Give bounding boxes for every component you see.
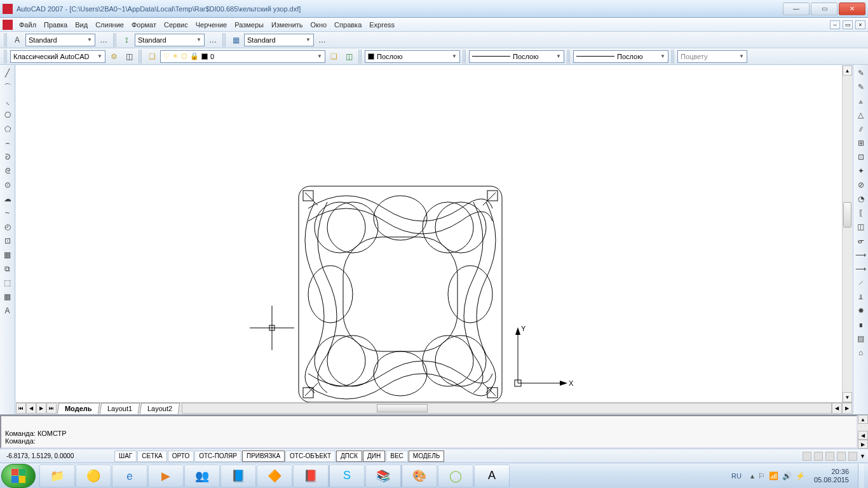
fillet-tool[interactable]: ⟋ [854, 276, 868, 290]
text-style-dropdown[interactable]: Standard▼ [25, 34, 95, 46]
extend-tool[interactable]: ⟦ [854, 206, 868, 220]
gradient-tool[interactable]: ⬚ [1, 276, 15, 290]
polar-toggle[interactable]: ОТС-ПОЛЯР [194, 451, 241, 462]
rotate-tool[interactable]: ⊡ [854, 150, 868, 164]
table-tool[interactable]: A [1, 304, 15, 318]
menu-edit[interactable]: Правка [40, 20, 71, 30]
offset-tool[interactable]: △ [854, 108, 868, 122]
tray-icon-4[interactable] [837, 452, 846, 461]
window-close-button[interactable]: ✕ [839, 3, 865, 15]
mirror-tool[interactable]: ⟁ [854, 94, 868, 108]
dyn-toggle[interactable]: ДИН [363, 451, 385, 462]
tray-lock-icon[interactable] [848, 452, 857, 461]
lwt-toggle[interactable]: ВЕС [386, 451, 408, 462]
dim-style-more[interactable]: … [206, 33, 220, 47]
model-toggle[interactable]: МОДЕЛЬ [409, 451, 444, 462]
cmd-scroll-right[interactable]: ▶ [858, 440, 868, 449]
taskbar-winrar[interactable]: 📚 [365, 464, 401, 487]
layer-previous-button[interactable]: ❑ [327, 50, 341, 64]
taskbar-corel[interactable]: ◯ [438, 464, 473, 487]
ellipse-tool[interactable]: ☁ [1, 192, 15, 206]
table-style-dropdown[interactable]: Standard▼ [244, 34, 314, 46]
hatch-tool[interactable]: ⧉ [1, 262, 15, 276]
region-tool[interactable]: ▦ [1, 290, 15, 304]
tab-nav-next[interactable]: ▶ [36, 403, 46, 414]
point-tool[interactable]: ▦ [1, 248, 15, 262]
horizontal-scrollbar[interactable] [182, 403, 832, 414]
tray-icon-2[interactable] [814, 452, 823, 461]
modify-tool-18[interactable]: ✸ [854, 304, 868, 318]
menu-window[interactable]: Окно [307, 20, 331, 30]
taskbar-wmp[interactable]: ▶ [148, 464, 184, 487]
color-dropdown[interactable]: Послою▼ [365, 50, 460, 63]
scroll-up-button[interactable]: ▲ [843, 65, 852, 76]
lineweight-dropdown[interactable]: Послою▼ [573, 50, 668, 63]
line-tool[interactable]: ╱ [1, 66, 15, 80]
tray-icon-3[interactable] [825, 452, 834, 461]
table-style-more[interactable]: … [315, 33, 329, 47]
drawing-canvas[interactable]: Y X [16, 65, 842, 402]
clock[interactable]: 20:36 05.08.2015 [810, 468, 853, 483]
hscroll-left[interactable]: ◀ [832, 403, 842, 414]
tray-chevron-up-icon[interactable]: ▴ [750, 471, 754, 480]
menu-dimensions[interactable]: Размеры [231, 20, 268, 30]
cmd-scroll-up[interactable]: ▲ [858, 415, 868, 424]
construction-line-tool[interactable]: ⌒ [1, 80, 15, 94]
mdi-close-button[interactable]: × [855, 20, 865, 29]
stretch-tool[interactable]: ⊘ [854, 178, 868, 192]
layer-manager-button[interactable]: ❑ [145, 50, 159, 64]
window-minimize-button[interactable]: — [783, 3, 810, 15]
menu-modify[interactable]: Изменить [268, 20, 307, 30]
array-tool[interactable]: ⫽ [854, 122, 868, 136]
otrack-toggle[interactable]: ОТС-ОБЪЕКТ [285, 451, 336, 462]
command-input[interactable]: Команда: КОМСТР Команда: [0, 415, 858, 449]
tab-nav-prev[interactable]: ◀ [26, 403, 36, 414]
taskbar-app1[interactable]: 📘 [220, 464, 256, 487]
break-tool[interactable]: ᓂ [854, 234, 868, 248]
taskbar-app3[interactable]: 📕 [293, 464, 329, 487]
ortho-toggle[interactable]: ОРТО [168, 451, 194, 462]
scale-tool[interactable]: ✦ [854, 164, 868, 178]
break-at-point-tool[interactable]: ◫ [854, 220, 868, 234]
tray-volume-icon[interactable]: 🔊 [782, 471, 792, 480]
workspace-settings-button[interactable]: ⚙ [107, 50, 121, 64]
plotstyle-dropdown[interactable]: Поцвету▼ [677, 50, 747, 63]
tray-network-icon[interactable]: 📶 [769, 471, 778, 480]
table-style-icon[interactable]: ▦ [229, 33, 243, 47]
copy-tool[interactable]: ✎ [854, 80, 868, 94]
tab-model[interactable]: Модель [57, 403, 100, 414]
language-indicator[interactable]: RU [728, 472, 745, 480]
menu-format[interactable]: Формат [128, 20, 160, 30]
workspace-lock-button[interactable]: ◫ [122, 50, 136, 64]
join-tool[interactable]: ⟶ [854, 248, 868, 262]
linetype-dropdown[interactable]: Послою▼ [469, 50, 564, 63]
erase-tool[interactable]: ✎ [854, 66, 868, 80]
taskbar-paint[interactable]: 🎨 [402, 464, 437, 487]
scroll-thumb-v[interactable] [843, 202, 851, 227]
polyline-tool[interactable]: ⸜ [1, 94, 15, 108]
modify-tool-21[interactable]: ⌂ [854, 346, 868, 360]
osnap-toggle[interactable]: ПРИВЯЗКА [242, 451, 285, 462]
coordinates-display[interactable]: -6.8173, 1.5129, 0.0000 [3, 451, 114, 462]
tray-icon-1[interactable] [803, 452, 811, 461]
text-style-icon[interactable]: A [10, 33, 24, 47]
window-maximize-button[interactable]: ▭ [811, 3, 837, 15]
tray-chevron[interactable]: ▼ [860, 453, 865, 459]
scroll-down-button[interactable]: ▼ [843, 392, 852, 402]
snap-toggle[interactable]: ШАГ [114, 451, 137, 462]
taskbar-autocad[interactable]: A [474, 464, 510, 487]
hscroll-right[interactable]: ▶ [842, 403, 852, 414]
polygon-tool[interactable]: ⎔ [1, 108, 15, 122]
ducs-toggle[interactable]: ДПСК [336, 451, 362, 462]
tab-nav-last[interactable]: ⏭ [46, 403, 57, 414]
start-button[interactable] [1, 464, 36, 488]
show-desktop-button[interactable] [858, 464, 864, 488]
move-tool[interactable]: ⊞ [854, 136, 868, 150]
taskbar-chrome[interactable]: 🟡 [76, 464, 111, 487]
modify-tool-20[interactable]: ▤ [854, 332, 868, 346]
menu-help[interactable]: Справка [330, 20, 365, 30]
circle-tool[interactable]: ᘒ [1, 150, 15, 164]
menu-express[interactable]: Express [365, 20, 398, 30]
mdi-minimize-button[interactable]: – [830, 20, 840, 29]
trim-tool[interactable]: ◔ [854, 192, 868, 206]
